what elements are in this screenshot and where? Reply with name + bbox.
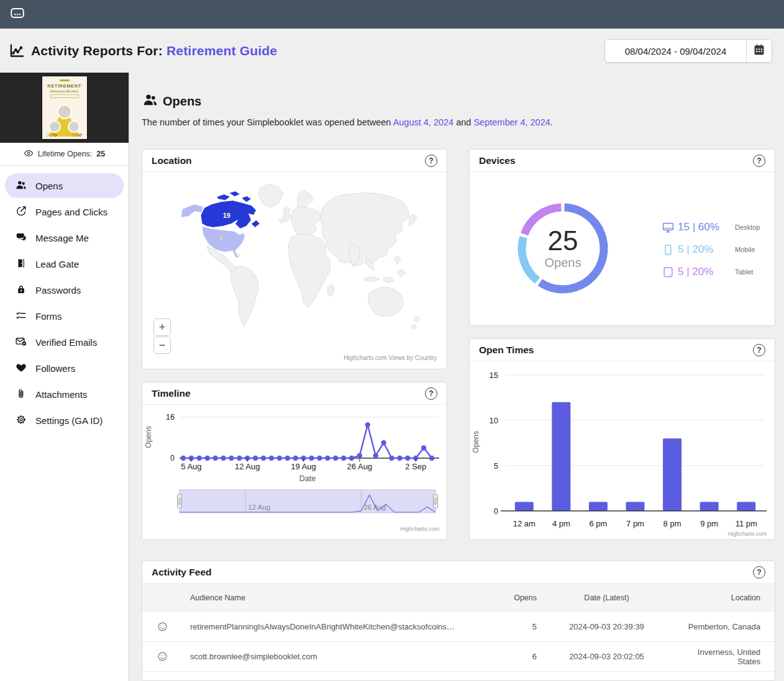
timeline-point-13Aug[interactable] (253, 456, 258, 461)
chart-line-icon (9, 42, 25, 59)
smiley-icon (157, 621, 168, 632)
timeline-point-18Aug[interactable] (293, 456, 298, 461)
timeline-point-17Aug[interactable] (285, 456, 290, 461)
cover-title: RETIREMENT (47, 83, 81, 89)
sidebar-item-verified-emails[interactable]: Verified Emails (5, 330, 124, 354)
bar-7pm[interactable] (626, 502, 645, 511)
start-date-link[interactable]: August 4, 2024 (393, 117, 454, 127)
cell-opens: 6 (456, 652, 537, 661)
location-help-icon[interactable]: ? (425, 155, 437, 167)
cell-location: Inverness, United States (677, 647, 775, 666)
activity-reports-page: Activity Reports For:Retirement Guide 08… (0, 0, 784, 681)
timeline-point-29Aug[interactable] (381, 440, 386, 445)
svg-text:26 Aug: 26 Aug (347, 462, 373, 471)
timeline-point-20Aug[interactable] (309, 456, 314, 461)
bar-9pm[interactable] (700, 502, 719, 511)
timeline-card-title: Timeline (152, 388, 191, 399)
map-zoom-out-button[interactable]: − (153, 336, 171, 354)
svg-text:15: 15 (490, 371, 498, 380)
timeline-point-15Aug[interactable] (269, 456, 274, 461)
bar-8pm[interactable] (663, 438, 681, 511)
navigator-handle-left[interactable] (178, 495, 182, 508)
timeline-point-4Aug[interactable] (181, 456, 186, 461)
svg-text:Opens: Opens (472, 431, 480, 453)
timeline-help-icon[interactable]: ? (425, 387, 437, 400)
monitor-icon (662, 222, 674, 233)
date-range-value[interactable]: 08/04/2024 - 09/04/2024 (605, 40, 746, 62)
legend-label: Tablet (735, 268, 753, 276)
sidebar-item-lead-gate[interactable]: Lead Gate (5, 251, 124, 276)
smiley-icon (157, 651, 168, 662)
sidebar: RETIREMENT Planning Booklet Lifetime Ope… (0, 73, 129, 681)
bar-11pm[interactable] (737, 502, 755, 511)
timeline-point-25Aug[interactable] (349, 456, 354, 461)
world-map[interactable]: 19 6 (142, 172, 447, 358)
map-credit[interactable]: Highcharts.com Views by Country (344, 354, 437, 361)
timeline-point-8Aug[interactable] (212, 456, 217, 461)
timeline-point-11Aug[interactable] (237, 456, 242, 461)
bar-12am[interactable] (515, 502, 534, 511)
sidebar-item-opens[interactable]: Opens (5, 173, 124, 198)
sidebar-item-attachments[interactable]: Attachments (5, 382, 124, 407)
map-label-united-states: 6 (220, 235, 224, 242)
lifetime-opens-value: 25 (96, 150, 105, 158)
timeline-point-24Aug[interactable] (341, 456, 346, 461)
timeline-point-14Aug[interactable] (261, 456, 266, 461)
donut-segment-desktop[interactable] (540, 207, 604, 289)
end-date-link[interactable]: September 4, 2024 (473, 117, 550, 127)
open-times-bar-chart[interactable]: 051015Opens12 am4 pm6 pm7 pm8 pm9 pm11 p… (470, 361, 775, 539)
navigator-handle-right[interactable] (434, 495, 438, 508)
timeline-point-23Aug[interactable] (333, 456, 338, 461)
timeline-point-22Aug[interactable] (325, 456, 330, 461)
map-region-alaska (181, 204, 203, 218)
cover-tagline (50, 94, 79, 98)
timeline-point-30Aug[interactable] (389, 456, 394, 461)
devices-card-title: Devices (479, 155, 516, 166)
activity-feed-help-icon[interactable]: ? (753, 566, 765, 579)
bar-6pm[interactable] (589, 502, 608, 511)
timeline-point-1Sep[interactable] (405, 456, 410, 461)
timeline-point-26Aug[interactable] (357, 453, 362, 458)
timeline-point-27Aug[interactable] (365, 422, 370, 427)
paperclip-icon (16, 388, 27, 401)
timeline-point-21Aug[interactable] (317, 456, 322, 461)
timeline-point-6Aug[interactable] (197, 456, 202, 461)
cover-subtitle: Planning Booklet (50, 89, 78, 93)
sidebar-item-settings-ga-id[interactable]: Settings (GA ID) (5, 408, 124, 433)
open-times-help-icon[interactable]: ? (753, 344, 765, 356)
timeline-line-chart[interactable]: 160Opens5 Aug12 Aug19 Aug26 Aug2 SepDate… (142, 405, 447, 539)
map-zoom-in-button[interactable]: + (153, 318, 171, 336)
date-range-picker[interactable]: 08/04/2024 - 09/04/2024 (604, 39, 772, 63)
booklet-cover[interactable]: RETIREMENT Planning Booklet (42, 76, 87, 139)
devices-help-icon[interactable]: ? (753, 155, 765, 167)
bar-4pm[interactable] (552, 402, 570, 511)
devices-donut-chart[interactable] (513, 199, 613, 298)
donut-segment-mobile[interactable] (522, 237, 537, 281)
timeline-point-4Sep[interactable] (429, 456, 434, 461)
sidebar-item-forms[interactable]: Forms (5, 304, 124, 328)
svg-text:Highcharts.com: Highcharts.com (727, 531, 767, 537)
timeline-point-7Aug[interactable] (205, 456, 210, 461)
calendar-icon (753, 43, 765, 58)
sidebar-item-passwords[interactable]: Passwords (5, 277, 124, 302)
booklets-icon[interactable] (9, 5, 25, 24)
sidebar-item-pages-and-clicks[interactable]: Pages and Clicks (5, 199, 124, 224)
map-label-canada: 19 (223, 212, 230, 219)
booklet-name-link[interactable]: Retirement Guide (166, 43, 277, 58)
timeline-point-28Aug[interactable] (373, 453, 378, 458)
svg-text:2 Sep: 2 Sep (405, 462, 426, 471)
donut-segment-tablet[interactable] (524, 207, 561, 234)
timeline-point-10Aug[interactable] (229, 456, 234, 461)
timeline-point-31Aug[interactable] (397, 456, 402, 461)
table-row[interactable]: scott.brownlee@simplebooklet.com62024-09… (142, 642, 775, 672)
sidebar-item-message-me[interactable]: Message Me (5, 225, 124, 250)
calendar-button[interactable] (746, 40, 772, 62)
timeline-navigator[interactable] (180, 490, 435, 513)
timeline-point-16Aug[interactable] (277, 456, 282, 461)
timeline-point-3Sep[interactable] (421, 445, 426, 450)
cover-logo (60, 79, 70, 81)
top-bar (0, 0, 784, 29)
table-row[interactable]: retirementPlanningIsAlwaysDoneInABrightW… (142, 612, 775, 642)
sidebar-item-followers[interactable]: Followers (5, 356, 124, 381)
timeline-point-9Aug[interactable] (221, 456, 226, 461)
